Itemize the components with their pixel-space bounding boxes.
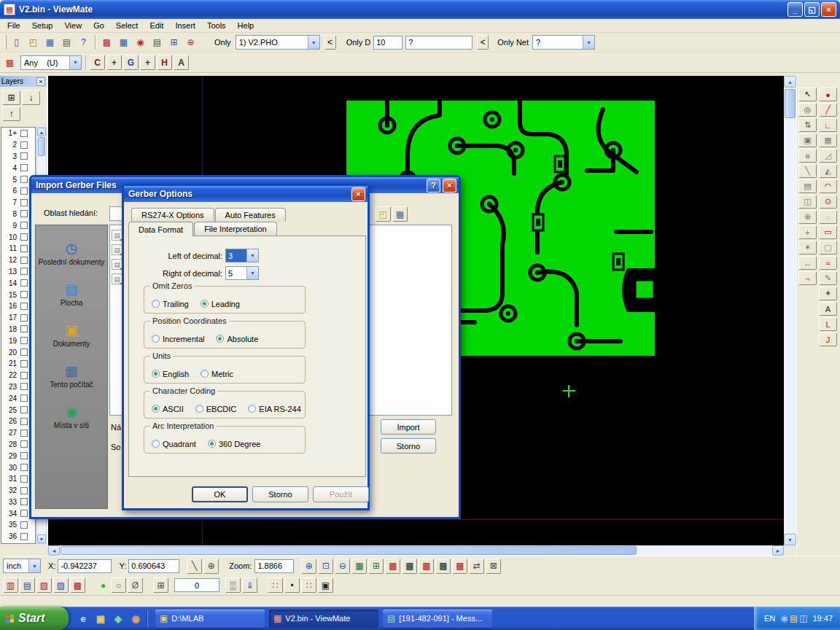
layer-checkbox[interactable] [20,440,28,448]
ie-icon[interactable]: e [76,611,90,626]
add-cross-icon[interactable]: + [798,225,817,239]
close-button[interactable]: × [351,187,365,201]
layer-row[interactable]: 3 [1,151,35,163]
gerber-file-icon[interactable]: ▤ ✓ [112,244,122,255]
scroll-down-icon[interactable]: ▼ [784,534,796,545]
swap-icon[interactable]: ⇄ [469,559,484,574]
layer-checkbox[interactable] [20,141,28,149]
scroll-left-icon[interactable]: ◄ [48,545,60,556]
mark-1-icon[interactable]: ▥ [3,578,18,593]
menu-item[interactable]: Tools [201,20,232,31]
text-aperture-icon[interactable]: A [174,55,189,70]
mark-5-icon[interactable]: ▩ [70,578,85,593]
toolbar-grip[interactable] [4,35,7,50]
radio-option[interactable]: Trailing [152,300,189,308]
prev-dcode-button[interactable]: < [477,35,489,50]
radio-option[interactable]: Absolute [216,335,258,343]
film-red-2-icon[interactable]: ▩ [419,559,434,574]
file-select[interactable]: 1) V2.PHO ▼ [236,35,320,50]
radio-option[interactable]: Leading [201,300,240,308]
right-of-decimal-select[interactable]: 5 ▼ [225,266,259,280]
draw-corner-icon[interactable]: ∟ [819,118,837,132]
close-button[interactable]: × [821,2,836,17]
layer-row[interactable]: 35 [1,519,35,531]
layer-checkbox[interactable] [20,498,28,505]
layer-checkbox[interactable] [20,245,28,252]
chevron-down-icon[interactable]: ▼ [308,36,319,49]
layer-row[interactable]: 36 [1,531,35,542]
tray-doc-icon[interactable]: ▤ [790,613,798,623]
left-of-decimal-select[interactable]: 3 ▼ [225,249,259,262]
radio-option[interactable]: EIA RS-244 [248,405,300,413]
context-help-icon[interactable]: ? [76,35,91,50]
circle-pad-icon[interactable]: ⊙ [819,195,837,209]
draw-arc-icon[interactable]: ◠ [819,179,837,193]
tab[interactable]: Data Format [128,222,193,236]
l-text-icon[interactable]: L [819,317,837,331]
aperture-list-icon[interactable]: ▤ [149,35,165,50]
tab[interactable]: RS274-X Options [131,208,214,222]
zoom-window-icon[interactable]: ⊡ [318,559,333,574]
layer-row[interactable]: 2 [1,139,35,151]
layer-checkbox[interactable] [20,418,28,425]
layer-checkbox[interactable] [20,279,28,287]
grid-icon[interactable]: ⊞ [166,35,182,50]
task-button[interactable]: ▤ [191-482-091] - Mess... [383,610,492,628]
layer-down-button[interactable]: ↓ [22,90,40,105]
highlight-circle-icon[interactable]: ○ [111,578,126,593]
layer-checkbox[interactable] [20,372,28,379]
layer-checkbox[interactable] [20,510,28,517]
mark-2-icon[interactable]: ▤ [20,578,35,593]
pencil-icon[interactable]: ✎ [819,271,837,285]
place-desktop[interactable]: ▤ Plocha [36,282,107,307]
cancel-button[interactable]: Storno [381,438,436,454]
scrollbar-thumb[interactable] [785,89,796,118]
mirror-triangle-icon[interactable]: ◭ [819,164,837,178]
crosshair-2-icon[interactable]: + [140,55,155,70]
drop-anchor-icon[interactable]: ⇓ [242,578,257,593]
film-red-1-icon[interactable]: ▩ [385,559,400,574]
text-tool-icon[interactable]: A [819,302,837,316]
open-file-icon[interactable]: ◰ [26,35,41,50]
dcode-colors-icon[interactable]: ▩ [2,55,18,70]
select-cursor-icon[interactable]: ↖ [798,88,817,101]
layer-checkbox[interactable] [20,210,28,217]
chevron-down-icon[interactable]: ▼ [583,36,594,49]
layer-checkbox[interactable] [20,452,28,459]
c-aperture-icon[interactable]: C [90,55,105,70]
menu-item[interactable]: Select [110,20,144,31]
layer-checkbox[interactable] [20,268,28,275]
up-one-level-icon[interactable]: ◰ [376,206,391,222]
horizontal-scrollbar[interactable]: ◄ ► [48,545,784,556]
layers-panel-header[interactable]: Layers × [0,76,47,87]
folder-icon[interactable]: ▣ [93,611,108,626]
place-pad-icon[interactable]: ● [819,88,837,101]
star-tool-icon[interactable]: ✶ [798,241,817,254]
layer-checkbox[interactable] [20,487,28,494]
tray-net-icon[interactable]: ◫ [799,613,807,623]
j-text-icon[interactable]: J [819,332,837,346]
chevron-down-icon[interactable]: ▼ [246,249,258,262]
place-network[interactable]: ◉ Místa v síti [36,405,107,429]
grid-dots-icon[interactable]: ▦ [351,559,367,574]
draw-line-icon[interactable]: ╱ [819,103,837,117]
dcode-filter-input[interactable]: ? [405,36,472,50]
zoom-out-icon[interactable]: ⊖ [335,559,350,574]
probe-icon[interactable]: Ø [128,578,143,593]
radio-option[interactable]: English [152,370,189,378]
tab[interactable]: File Interpretation [194,222,277,236]
dcode-input[interactable]: 10 [373,36,402,50]
layer-checkbox[interactable] [20,337,28,344]
gerber-file-icon[interactable]: ▤ ✓ [112,273,122,284]
layer-row[interactable]: 4 [1,162,35,174]
place-my-computer[interactable]: ▦ Tento počítač [36,364,107,389]
layer-checkbox[interactable] [20,360,28,368]
scroll-down-icon[interactable]: ▼ [37,534,46,543]
layer-checkbox[interactable] [20,406,28,413]
close-icon[interactable]: × [36,77,45,86]
scroll-right-icon[interactable]: ► [772,545,784,556]
radio-option[interactable]: Incremental [152,335,204,343]
layer-checkbox[interactable] [20,187,28,195]
menu-item[interactable]: Help [232,20,260,31]
restore-button[interactable]: ◱ [804,2,820,17]
